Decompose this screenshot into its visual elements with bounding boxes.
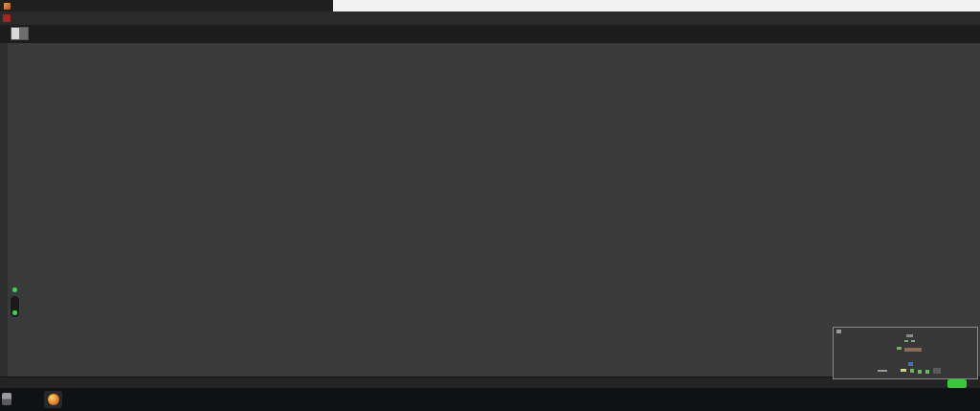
widgets-icon: [48, 394, 59, 405]
navigator-node: [897, 347, 902, 350]
navigator-node: [918, 370, 922, 374]
status-ok-badge: [947, 379, 967, 388]
taskbar-corner-icon[interactable]: [2, 393, 11, 405]
navigator-node: [904, 348, 922, 352]
cpu-monitor-widget: [1, 287, 28, 320]
navigator-node: [911, 340, 915, 342]
nuke-menu-icon[interactable]: [3, 14, 11, 22]
navigator-node: [906, 334, 913, 337]
node-graph-navigator[interactable]: [833, 327, 978, 379]
windows-taskbar: [0, 388, 980, 411]
nukex-window: [0, 0, 980, 411]
navigator-node: [925, 370, 929, 374]
navigator-node: [910, 369, 914, 373]
nukex-app-icon: [4, 3, 11, 10]
left-dock-strip: [0, 43, 8, 377]
navigator-node: [878, 370, 887, 372]
navigator-node: [904, 340, 908, 342]
menu-bar: [0, 11, 980, 25]
navigator-node: [908, 362, 913, 366]
tab-bar: [0, 25, 980, 43]
cpu-gauge: [10, 295, 20, 318]
navigator-node: [933, 368, 941, 374]
navigator-node: [901, 369, 906, 372]
panel-layout-icon[interactable]: [11, 27, 29, 40]
title-bar-dark-segment: [0, 0, 333, 11]
navigator-node: [836, 330, 841, 333]
widgets-button[interactable]: [44, 391, 62, 408]
cpu-status-led: [12, 287, 17, 292]
